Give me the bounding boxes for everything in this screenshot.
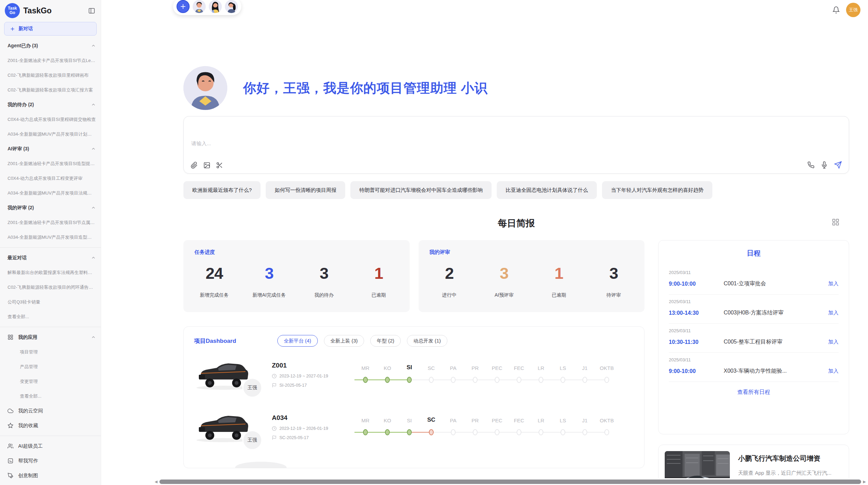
cloud-icon [8, 408, 13, 414]
sidebar-item[interactable]: C0X4-动力总成开发项目SI里程碑提交物检查 [8, 112, 96, 127]
sidebar-app-item[interactable]: 产品管理 [8, 359, 96, 374]
sidebar-item[interactable]: A034-全新新能源MUV产品开发项目法规符合性评审 [8, 186, 96, 200]
milestone-dot-area [508, 372, 530, 387]
sidebar-recent-header[interactable]: 最近对话 [8, 250, 96, 265]
sidebar-tools: AI超级员工帮我写作创意制图 [8, 439, 96, 483]
sidebar-collapse-icon[interactable] [87, 7, 96, 15]
milestone-dot-area [464, 425, 486, 440]
notification-bell-icon[interactable] [832, 6, 840, 14]
sidebar-item[interactable]: A034-全新新能源MUV产品开发项目计划变更表编写 [8, 127, 96, 141]
suggestion-chip[interactable]: 比亚迪全固态电池计划具体说了什么 [497, 181, 597, 199]
attachment-icon[interactable] [191, 162, 198, 169]
sidebar-item[interactable]: A034-全新新能源MUV产品开发项目造型可行性评审 [8, 230, 96, 245]
sidebar-recent-item[interactable]: 查看全部... [8, 309, 96, 324]
sidebar-item[interactable]: Z001-全新燃油轻卡产品开发项目SI造型提交物评审 [8, 156, 96, 171]
sidebar-row-label: 帮我写作 [18, 458, 38, 464]
milestone-label: MR [354, 362, 376, 372]
sidebar-item-star[interactable]: 我的收藏 [8, 418, 96, 433]
event-join-link[interactable]: 加入 [828, 339, 839, 345]
add-agent-button[interactable] [177, 0, 190, 13]
chevron-up-icon[interactable] [91, 335, 96, 340]
sidebar-item[interactable]: Z001-全新燃油轻卡产品开发项目SI节点属性5D文件评审 [8, 215, 96, 230]
sidebar-item[interactable]: C02-飞腾新能源轻客改款项目立项汇报方案 [8, 83, 96, 97]
sidebar-group-header[interactable]: 我的评审 (2) [8, 200, 96, 215]
dashboard-tab[interactable]: 全新平台 (4) [277, 335, 318, 347]
composer-attachments [191, 162, 223, 169]
briefing-title: 每日简报 [498, 217, 535, 229]
suggestion-chip[interactable]: 当下年轻人对汽车外观有怎样的喜好趋势 [602, 181, 712, 199]
scroll-right-arrow[interactable]: ▶ [863, 480, 866, 484]
sidebar-item-cloud[interactable]: 我的云空间 [8, 403, 96, 418]
sidebar-apps-header[interactable]: 我的应用 [8, 330, 96, 345]
sidebar-recent-item[interactable]: 公司Q3轻卡销量 [8, 295, 96, 309]
dashboard-tab[interactable]: 全新上装 (3) [324, 335, 364, 347]
stat-label: 新增完成任务 [200, 292, 229, 298]
dashboard-tab[interactable]: 年型 (2) [370, 335, 401, 347]
microphone-icon[interactable] [821, 161, 828, 169]
project-code: Z001 [272, 362, 352, 369]
sidebar-tool-pen[interactable]: 创意制图 [8, 468, 96, 483]
project-row[interactable]: 王强A0342023-12-19 ~ 2026-01-19SC-2025-05-… [194, 411, 634, 443]
chevron-up-icon[interactable] [91, 205, 96, 210]
voice-call-icon[interactable] [807, 161, 815, 169]
stat-item: 1已逾期 [542, 264, 575, 298]
milestone: OKTB [596, 414, 618, 440]
project-row[interactable]: 王强Z0012023-12-19 ~ 2027-01-19SI-2025-05-… [194, 358, 634, 391]
event-join-link[interactable]: 加入 [828, 281, 839, 287]
image-upload-icon[interactable] [203, 162, 210, 169]
screenshot-scissors-icon[interactable] [216, 162, 223, 169]
chevron-up-icon[interactable] [91, 255, 96, 260]
suggestion-chip[interactable]: 如何写一份清晰的项目周报 [266, 181, 345, 199]
agent-avatar-1[interactable] [193, 0, 206, 13]
sidebar-app-item[interactable]: 项目管理 [8, 345, 96, 359]
milestone: FEC [508, 414, 530, 440]
sidebar-item[interactable]: Z001-全新燃油皮卡产品开发项目SI节点Lesson Learn报告 [8, 53, 96, 68]
stat-label: 已逾期 [372, 292, 386, 298]
layout-grid-icon[interactable] [832, 218, 840, 226]
agent-avatar-3[interactable] [225, 0, 238, 13]
schedule-list: 2025/03/119:00-10:00C001-立项审批会加入2025/03/… [669, 265, 839, 382]
milestone-dot [539, 429, 543, 435]
sidebar-group-header[interactable]: Agent已办 (3) [8, 38, 96, 53]
sidebar-app-item[interactable]: 变更管理 [8, 374, 96, 389]
milestone-dot [517, 429, 521, 435]
milestone-dot [560, 429, 565, 435]
chevron-up-icon[interactable] [91, 43, 96, 48]
agent-avatar-2[interactable] [209, 0, 222, 13]
send-icon[interactable] [834, 161, 842, 169]
milestone: SC [420, 414, 442, 440]
milestone-dot-area [574, 425, 596, 440]
milestone-dot-area [420, 372, 442, 387]
user-avatar[interactable]: 王强 [846, 3, 860, 17]
chevron-up-icon[interactable] [91, 102, 96, 107]
stat-label: 进行中 [442, 292, 457, 298]
sidebar-group-header[interactable]: AI评审 (3) [8, 141, 96, 156]
chevron-up-icon[interactable] [91, 146, 96, 151]
suggestion-chip[interactable]: 特朗普可能对进口汽车增税会对中国车企造成哪些影响 [350, 181, 492, 199]
stat-card: 我的评审2进行中3AI预评审1已逾期3待评审 [419, 240, 645, 312]
milestone: PEC [486, 362, 508, 387]
schedule-view-all-link[interactable]: 查看所有日程 [669, 389, 839, 396]
clock-icon [272, 426, 277, 431]
sidebar-app-item[interactable]: 查看全部... [8, 389, 96, 403]
scrollbar-thumb[interactable] [159, 480, 861, 484]
sidebar-tool-people[interactable]: AI超级员工 [8, 439, 96, 453]
event-join-link[interactable]: 加入 [828, 368, 839, 374]
sidebar-tool-write[interactable]: 帮我写作 [8, 453, 96, 468]
sidebar-row-label: 创意制图 [18, 472, 38, 479]
event-join-link[interactable]: 加入 [828, 310, 839, 316]
milestone: PEC [486, 414, 508, 440]
project-dates: 2023-12-19 ~ 2026-01-19 [272, 426, 352, 431]
sidebar-item[interactable]: C02-飞腾新能源轻客改款项目里程碑画布 [8, 68, 96, 83]
new-chat-button[interactable]: 新对话 [4, 22, 97, 36]
sidebar-group-header[interactable]: 我的待办 (2) [8, 97, 96, 112]
sidebar-groups: Agent已办 (3)Z001-全新燃油皮卡产品开发项目SI节点Lesson L… [8, 38, 96, 245]
dashboard-tab[interactable]: 动总开发 (1) [407, 335, 447, 347]
sidebar-recent-item[interactable]: 解释最新出台的欧盟报废车法规再生塑料比例被调至15%... [8, 265, 96, 280]
sidebar-recent-item[interactable]: C02-飞腾新能源轻客改款项目的闭环通告反馈情况 [8, 280, 96, 295]
chat-composer[interactable]: 请输入... [183, 116, 849, 174]
schedule-event: 2025/03/1110:30-11:30C005-整车工程目标评审加入 [669, 324, 839, 353]
sidebar-item[interactable]: C0X4-动力总成开发项目工程变更评审 [8, 171, 96, 186]
suggestion-chip[interactable]: 欧洲新规最近颁布了什么? [183, 181, 261, 199]
scroll-left-arrow[interactable]: ◀ [155, 480, 157, 484]
